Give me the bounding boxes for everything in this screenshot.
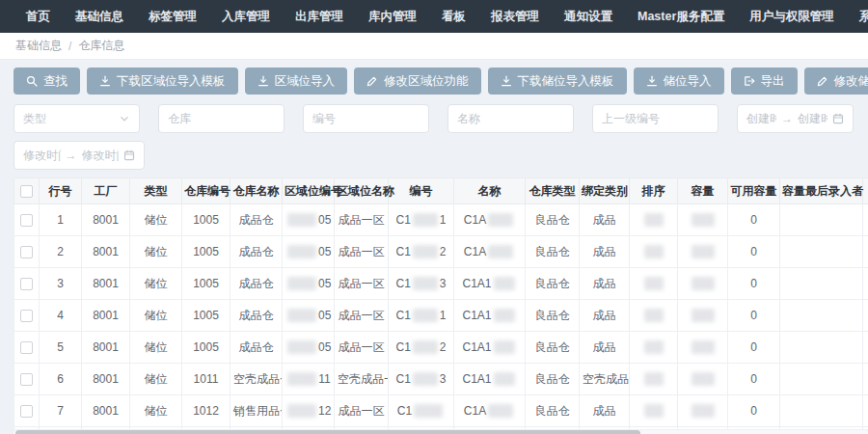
- warehouse-input[interactable]: 仓库: [158, 104, 285, 133]
- type-select[interactable]: 类型: [14, 104, 140, 133]
- cell-code: C11: [389, 204, 454, 236]
- redacted-blur: [488, 404, 513, 418]
- row-checkbox[interactable]: [20, 246, 33, 258]
- edit-area-button[interactable]: 修改区域位功能: [354, 68, 481, 95]
- cell-sel[interactable]: [14, 236, 40, 268]
- code-input-placeholder: 编号: [312, 111, 336, 127]
- select-all-checkbox[interactable]: [20, 185, 33, 198]
- cell-type: 储位: [130, 332, 182, 364]
- cell-sel[interactable]: [14, 204, 40, 236]
- cell-seq: 2: [40, 236, 82, 268]
- cell-sel[interactable]: [14, 268, 40, 300]
- cell-areaName: 成品一区: [335, 395, 389, 427]
- modify-time-range-end[interactable]: 修改时间...: [82, 148, 120, 164]
- cell-type: 储位: [130, 364, 182, 395]
- filter-row-1: 类型仓库编号名称上一级编号创建时间...→创建时间...: [14, 104, 868, 133]
- cell-whType: 良品仓: [526, 364, 580, 395]
- cell-capacity2: [863, 395, 868, 427]
- modify-time-range-start[interactable]: 修改时间...: [23, 148, 61, 164]
- table-row[interactable]: 18001储位1005成品仓05成品一区C11C1A良品仓成品0: [14, 204, 868, 236]
- table-header-row: 行号工厂类型仓库编号仓库名称区域位编号区域位名称编号名称仓库类型绑定类别排序容量…: [14, 178, 868, 204]
- cell-sel[interactable]: [14, 300, 40, 332]
- export-button[interactable]: 导出: [731, 68, 798, 95]
- redacted-blur: [692, 213, 715, 227]
- select-all-header[interactable]: [14, 178, 40, 204]
- cell-areaCode: 05: [283, 332, 335, 364]
- row-checkbox[interactable]: [20, 373, 33, 386]
- cell-capacity2: [863, 300, 868, 332]
- cell-whCode: 1011: [182, 364, 231, 395]
- nav-item-4[interactable]: 出库管理: [283, 0, 356, 33]
- cell-whType: [526, 427, 580, 430]
- row-checkbox[interactable]: [20, 310, 33, 322]
- nav-item-11[interactable]: 系统设置: [847, 0, 868, 33]
- cell-sel[interactable]: [14, 332, 40, 364]
- cell-sel[interactable]: [14, 364, 40, 395]
- download-icon: [501, 75, 512, 87]
- cell-seq: 3: [40, 268, 82, 300]
- cell-whCode: 1005: [182, 204, 231, 236]
- row-checkbox[interactable]: [20, 341, 33, 354]
- redacted-blur: [644, 404, 664, 418]
- row-checkbox[interactable]: [20, 278, 33, 290]
- download-bin-template-button[interactable]: 下载储位导入模板: [488, 68, 627, 95]
- table-row[interactable]: 68001储位1011空壳成品仓11空壳成品一区C13C1A1良品仓空壳成品0: [14, 364, 868, 395]
- nav-item-0[interactable]: 首页: [14, 0, 63, 33]
- cell-capacity2: [863, 427, 868, 430]
- table-row[interactable]: [14, 427, 868, 430]
- download-area-template-button-label: 下载区域位导入模板: [117, 73, 226, 90]
- cell-capacity2: [863, 364, 868, 395]
- breadcrumb-parent[interactable]: 基础信息: [15, 38, 62, 54]
- nav-item-5[interactable]: 库内管理: [356, 0, 429, 33]
- download-area-template-button[interactable]: 下载区域位导入模板: [87, 68, 238, 95]
- cell-capacity2: [863, 204, 868, 236]
- cell-type: 储位: [130, 395, 182, 427]
- edit-bin-button[interactable]: 修改储位功能: [804, 68, 868, 95]
- cell-sel[interactable]: [14, 427, 40, 430]
- nav-item-8[interactable]: 通知设置: [552, 0, 625, 33]
- redacted-blur: [287, 372, 316, 386]
- nav-item-3[interactable]: 入库管理: [209, 0, 283, 33]
- nav-item-1[interactable]: 基础信息: [63, 0, 136, 33]
- code-input[interactable]: 编号: [303, 104, 429, 133]
- cell-bindType: 成品: [580, 332, 630, 364]
- cell-sel[interactable]: [14, 395, 40, 427]
- cell-available: 0: [728, 300, 780, 332]
- row-checkbox[interactable]: [20, 214, 33, 227]
- table-row[interactable]: 48001储位1005成品仓05成品一区C11C1A1良品仓成品0: [14, 300, 868, 332]
- search-button[interactable]: 查找: [14, 68, 80, 95]
- table-row[interactable]: 58001储位1005成品仓05成品一区C12C1A1良品仓成品0: [14, 332, 868, 364]
- table-row[interactable]: 78001储位1012销售用品仓12成品一区C1C1A良品仓成品0: [14, 395, 868, 427]
- redacted-blur: [494, 340, 515, 354]
- create-time-range-end[interactable]: 创建时间...: [798, 111, 827, 127]
- redacted-blur: [692, 245, 715, 258]
- cell-lastEditor: [780, 268, 863, 300]
- nav-item-6[interactable]: 看板: [429, 0, 478, 33]
- modify-time-range[interactable]: 修改时间...→修改时间...: [14, 141, 145, 170]
- column-header-areaCode: 区域位编号: [283, 178, 335, 204]
- nav-item-2[interactable]: 标签管理: [136, 0, 209, 33]
- cell-seq: 1: [40, 204, 82, 236]
- horizontal-scrollbar-thumb[interactable]: [15, 430, 640, 434]
- table-row[interactable]: 28001储位1005成品仓05成品一区C12C1A良品仓成品0: [14, 236, 868, 268]
- name-input[interactable]: 名称: [448, 104, 574, 133]
- cell-capacity: [678, 332, 728, 364]
- cell-name: C1A: [454, 204, 526, 236]
- create-time-range-start[interactable]: 创建时间...: [746, 111, 776, 127]
- redacted-blur: [413, 309, 438, 322]
- cell-factory: 8001: [82, 332, 130, 364]
- cell-bindType: 成品: [580, 268, 630, 300]
- breadcrumb-separator: /: [68, 40, 71, 53]
- cell-whCode: [182, 427, 231, 430]
- nav-item-10[interactable]: 用户与权限管理: [737, 0, 847, 33]
- bin-import-button[interactable]: 储位导入: [634, 68, 724, 95]
- nav-item-9[interactable]: Master服务配置: [625, 0, 737, 33]
- cell-code: C12: [389, 236, 454, 268]
- parent-code-input[interactable]: 上一级编号: [592, 104, 719, 133]
- table-row[interactable]: 38001储位1005成品仓05成品一区C13C1A1良品仓成品0: [14, 268, 868, 300]
- row-checkbox[interactable]: [20, 405, 33, 418]
- area-import-button[interactable]: 区域位导入: [245, 68, 348, 95]
- nav-item-7[interactable]: 报表管理: [478, 0, 552, 33]
- horizontal-scrollbar[interactable]: [14, 430, 868, 434]
- create-time-range[interactable]: 创建时间...→创建时间...: [737, 104, 854, 133]
